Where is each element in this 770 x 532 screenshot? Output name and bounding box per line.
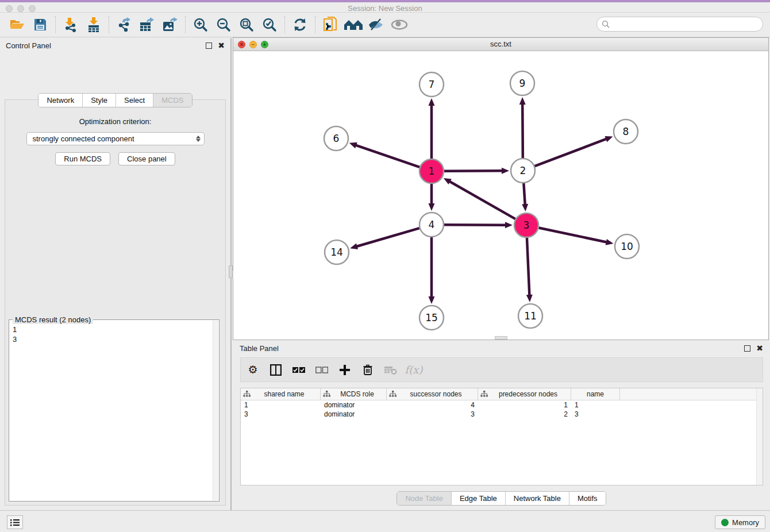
task-history-button[interactable] [7, 515, 23, 529]
memory-button[interactable]: Memory [715, 515, 765, 529]
zoom-selected-icon[interactable] [258, 15, 281, 34]
dropdown-stepper-icon [196, 136, 201, 142]
cell-successor-nodes[interactable]: 3 [387, 410, 478, 419]
show-network-icon[interactable] [388, 15, 411, 34]
cell-predecessor-nodes[interactable]: 2 [478, 410, 571, 419]
table-row[interactable]: 3 dominator 3 2 3 [241, 410, 763, 419]
table-panel-title: Table Panel [240, 344, 744, 353]
node-table: shared name MCDS role successor nodes pr… [240, 388, 763, 485]
tab-network-table[interactable]: Network Table [505, 492, 569, 505]
cell-successor-nodes[interactable]: 4 [387, 400, 478, 410]
arrowhead-icon [429, 203, 435, 211]
edge-2-8[interactable] [535, 138, 607, 166]
float-panel-icon[interactable] [206, 43, 212, 49]
close-panel-button[interactable]: Close panel [118, 152, 175, 165]
hierarchy-icon [323, 391, 330, 398]
zoom-out-icon[interactable] [212, 15, 235, 34]
column-header-mcds-role[interactable]: MCDS role [321, 388, 387, 400]
status-bar: Memory [0, 510, 770, 532]
control-panel: Control Panel ✖ Optimization criterion: … [0, 38, 232, 510]
export-network-icon[interactable] [113, 15, 136, 34]
cell-shared-name[interactable]: 3 [241, 410, 321, 419]
edge-1-6[interactable] [355, 145, 419, 167]
graph-node-label: 3 [523, 219, 530, 231]
tab-node-table[interactable]: Node Table [397, 492, 451, 505]
graph-node-label: 8 [623, 126, 629, 137]
edge-3-10[interactable] [539, 228, 607, 242]
save-session-icon[interactable] [29, 15, 52, 34]
vertical-splitter-handle[interactable] [229, 265, 233, 278]
search-field[interactable] [596, 17, 763, 32]
network-window-titlebar[interactable]: × − + scc.txt [233, 38, 768, 51]
show-columns-icon[interactable] [268, 363, 283, 377]
edge-1-2[interactable] [444, 171, 503, 171]
search-input[interactable] [613, 20, 763, 29]
tab-mcds[interactable]: MCDS [153, 94, 191, 107]
toolbar-separator [109, 16, 109, 33]
tab-motifs[interactable]: Motifs [569, 492, 606, 505]
result-scrollbar[interactable] [213, 321, 218, 500]
optimization-criterion-select[interactable]: strongly connected component [26, 132, 205, 145]
column-header-successor-nodes[interactable]: successor nodes [387, 388, 478, 400]
zoom-in-icon[interactable] [189, 15, 212, 34]
import-table-icon[interactable] [82, 15, 105, 34]
tab-style[interactable]: Style [82, 94, 116, 107]
close-panel-icon[interactable]: ✖ [218, 41, 225, 49]
cell-mcds-role[interactable]: dominator [321, 400, 387, 410]
select-all-icon[interactable] [291, 363, 306, 377]
graph-node-label: 2 [520, 165, 526, 176]
cell-predecessor-nodes[interactable]: 1 [478, 400, 571, 410]
graph-node-label: 15 [425, 312, 438, 323]
refresh-icon[interactable] [288, 15, 311, 34]
mcds-result-list[interactable]: 1 3 [13, 325, 212, 500]
main-toolbar [0, 13, 770, 37]
tab-network[interactable]: Network [38, 94, 82, 107]
float-table-panel-icon[interactable] [744, 345, 750, 352]
mcds-tab-content: Optimization criterion: strongly connect… [5, 99, 226, 506]
titlebar: Session: New Session [0, 0, 770, 13]
hierarchy-icon [480, 391, 488, 398]
close-table-panel-icon[interactable]: ✖ [756, 344, 763, 352]
arrowhead-icon [526, 295, 533, 302]
edge-2-9[interactable] [522, 103, 523, 158]
cell-name[interactable]: 1 [571, 400, 620, 410]
edge-4-3[interactable] [444, 225, 506, 225]
unselect-all-icon[interactable] [314, 363, 329, 377]
cell-shared-name[interactable]: 1 [241, 400, 321, 410]
column-header-shared-name[interactable]: shared name [241, 388, 321, 400]
network-file-icon[interactable] [319, 15, 342, 34]
table-scrollbar[interactable] [756, 388, 763, 485]
toolbar-separator [185, 16, 186, 33]
column-header-name[interactable]: name [571, 388, 620, 400]
mcds-result-box: MCDS result (2 nodes) 1 3 [9, 319, 220, 502]
add-column-icon[interactable] [337, 363, 352, 377]
edge-2-3[interactable] [523, 183, 525, 205]
zoom-fit-icon[interactable] [235, 15, 258, 34]
edge-3-1[interactable] [449, 181, 515, 219]
toolbar-separator [55, 16, 56, 33]
table-row[interactable]: 1 dominator 4 1 1 [241, 400, 763, 410]
export-image-icon[interactable] [159, 15, 182, 34]
open-session-icon[interactable] [6, 15, 29, 34]
arrowhead-icon [519, 97, 526, 105]
delete-column-trash-icon[interactable] [360, 363, 375, 377]
home-icon[interactable] [342, 15, 365, 34]
window-title: Session: New Session [0, 4, 770, 13]
run-mcds-button[interactable]: Run MCDS [55, 152, 110, 165]
cell-mcds-role[interactable]: dominator [321, 410, 387, 419]
export-table-icon[interactable] [136, 15, 159, 34]
tab-select[interactable]: Select [116, 94, 153, 107]
tab-edge-table[interactable]: Edge Table [451, 492, 505, 505]
cell-name[interactable]: 3 [571, 410, 620, 419]
edge-4-14[interactable] [356, 228, 419, 246]
import-network-icon[interactable] [59, 15, 82, 34]
horizontal-splitter-handle[interactable] [495, 336, 507, 340]
edge-3-11[interactable] [527, 238, 529, 296]
table-settings-gear-icon[interactable]: ⚙ [245, 363, 260, 377]
column-header-predecessor-nodes[interactable]: predecessor nodes [478, 388, 571, 400]
network-canvas[interactable]: 7968124314101511 [233, 51, 768, 340]
optimization-criterion-label: Optimization criterion: [5, 117, 225, 126]
arrowhead-icon [429, 98, 435, 106]
control-panel-tabs: Network Style Select MCDS [38, 93, 192, 107]
hide-network-icon[interactable] [365, 15, 388, 34]
